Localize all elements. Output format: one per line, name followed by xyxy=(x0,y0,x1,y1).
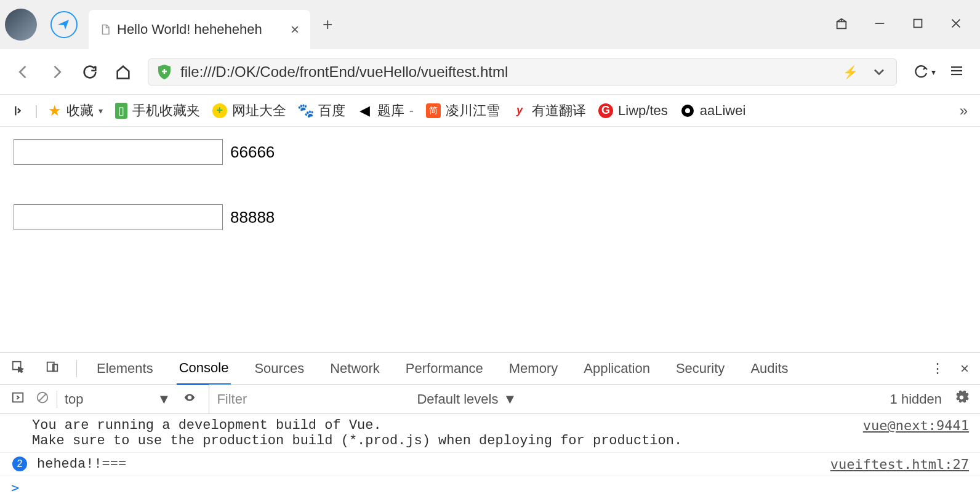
message-source[interactable]: vue@next:9441 xyxy=(863,418,969,433)
bolt-icon[interactable]: ⚡ xyxy=(843,65,858,79)
tab-console[interactable]: Console xyxy=(177,353,231,385)
context-selector[interactable]: top▼ xyxy=(65,391,171,407)
sidebar-toggle[interactable] xyxy=(11,104,25,118)
filter-input[interactable] xyxy=(209,385,406,413)
svg-rect-13 xyxy=(13,393,23,402)
document-icon xyxy=(100,23,111,36)
new-tab-button[interactable]: + xyxy=(323,15,332,34)
tab-bar: Hello World! heheheheh × + xyxy=(0,0,980,49)
settings-icon[interactable] xyxy=(954,390,969,409)
back-button[interactable] xyxy=(15,63,32,81)
message-text: You are running a development build of V… xyxy=(32,418,682,449)
wardrobe-icon[interactable] xyxy=(835,17,848,33)
undo-button[interactable]: ▾ xyxy=(913,65,936,79)
tab-sources[interactable]: Sources xyxy=(252,353,307,384)
input-2[interactable] xyxy=(14,204,223,230)
log-levels-selector[interactable]: Default levels▼ xyxy=(417,391,516,407)
reload-button[interactable] xyxy=(81,63,98,81)
url-text: file:///D:/OK/Code/frontEnd/vueHello/vue… xyxy=(180,63,508,81)
devtools-close-icon[interactable]: × xyxy=(960,360,969,377)
console-output: You are running a development build of V… xyxy=(0,414,980,499)
bookmarks-bar: | ★收藏▾ ▯手机收藏夹 +网址大全 🐾百度 ◀题库- 简凌川江雪 y有道翻译… xyxy=(0,95,980,127)
devtools-tabs: Elements Console Sources Network Perform… xyxy=(0,353,980,385)
close-window-button[interactable] xyxy=(949,17,963,33)
tab-audits[interactable]: Audits xyxy=(748,353,790,384)
message-count: 2 xyxy=(12,457,27,471)
bookmark-item-5[interactable]: GLiwp/tes xyxy=(598,103,668,119)
tab-performance[interactable]: Performance xyxy=(403,353,486,384)
home-button[interactable] xyxy=(114,63,132,81)
hidden-count[interactable]: 1 hidden xyxy=(890,391,942,407)
devtools-more-icon[interactable]: ⋮ xyxy=(931,361,944,377)
message-source[interactable]: vueiftest.html:27 xyxy=(830,457,969,472)
bookmark-item-1[interactable]: 🐾百度 xyxy=(299,102,345,120)
eye-icon[interactable] xyxy=(182,391,198,407)
favorites-button[interactable]: ★收藏▾ xyxy=(48,102,103,120)
menu-button[interactable] xyxy=(948,63,965,80)
navigation-bar: file:///D:/OK/Code/frontEnd/vueHello/vue… xyxy=(0,49,980,95)
maximize-button[interactable] xyxy=(911,17,925,33)
console-message: 2 heheda!!=== vueiftest.html:27 xyxy=(0,452,980,476)
bookmark-item-3[interactable]: 简凌川江雪 xyxy=(426,102,500,120)
svg-rect-1 xyxy=(914,19,922,27)
bookmark-item-6[interactable]: aaLiwei xyxy=(680,103,746,119)
location-icon[interactable] xyxy=(50,11,78,38)
profile-avatar[interactable] xyxy=(5,9,37,41)
bookmark-item-2[interactable]: ◀题库- xyxy=(358,102,414,120)
inspect-icon[interactable] xyxy=(11,360,25,377)
text-2: 88888 xyxy=(230,208,275,227)
mobile-favorites[interactable]: ▯手机收藏夹 xyxy=(115,102,200,120)
clear-console-icon[interactable] xyxy=(36,391,49,408)
console-toolbar: top▼ Default levels▼ 1 hidden xyxy=(0,385,980,414)
bookmarks-overflow[interactable]: » xyxy=(960,102,968,119)
console-sidebar-icon[interactable] xyxy=(11,391,25,408)
tab-security[interactable]: Security xyxy=(673,353,727,384)
page-content: 66666 88888 xyxy=(0,127,980,282)
tab-network[interactable]: Network xyxy=(327,353,382,384)
window-controls xyxy=(835,17,975,33)
bookmark-item-4[interactable]: y有道翻译 xyxy=(512,102,586,120)
console-prompt[interactable]: > xyxy=(0,476,980,499)
minimize-button[interactable] xyxy=(873,17,886,33)
tab-application[interactable]: Application xyxy=(581,353,653,384)
tab-title: Hello World! heheheheh xyxy=(117,22,262,38)
bookmark-item-0[interactable]: +网址大全 xyxy=(212,102,286,120)
browser-tab[interactable]: Hello World! heheheheh × xyxy=(89,10,310,49)
tab-elements[interactable]: Elements xyxy=(94,353,156,384)
shield-icon xyxy=(157,64,172,80)
console-message: You are running a development build of V… xyxy=(0,414,980,452)
device-toggle-icon[interactable] xyxy=(46,360,59,377)
text-1: 66666 xyxy=(230,143,275,162)
dropdown-icon[interactable] xyxy=(870,63,888,81)
close-tab-icon[interactable]: × xyxy=(291,21,299,38)
address-bar[interactable]: file:///D:/OK/Code/frontEnd/vueHello/vue… xyxy=(148,58,897,86)
devtools-panel: Elements Console Sources Network Perform… xyxy=(0,352,980,499)
svg-line-15 xyxy=(39,394,46,401)
forward-button[interactable] xyxy=(48,63,65,81)
message-text: heheda!!=== xyxy=(37,457,126,472)
input-1[interactable] xyxy=(14,139,223,165)
tab-memory[interactable]: Memory xyxy=(507,353,560,384)
svg-point-9 xyxy=(685,108,690,113)
